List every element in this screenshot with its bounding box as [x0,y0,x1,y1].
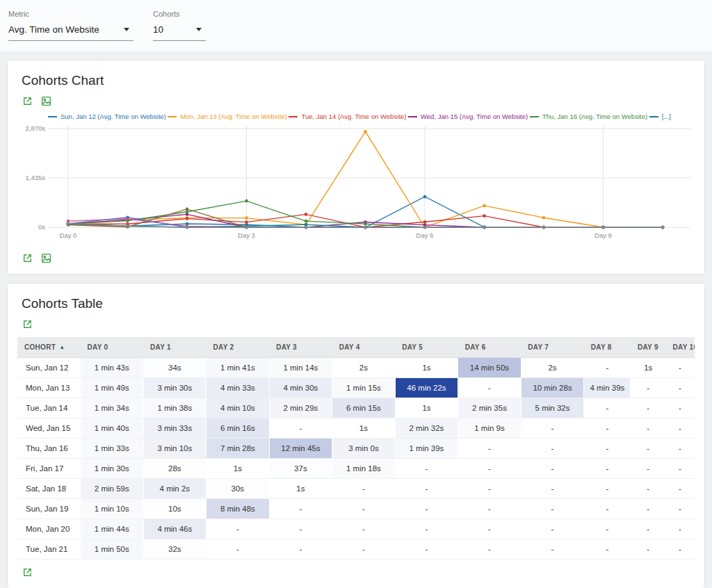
legend-item[interactable]: Sun, Jan 12 (Avg. Time on Website) [48,113,166,120]
cohort-label: Tue, Jan 21 [17,539,81,560]
column-header-day[interactable]: DAY 10 [666,337,695,358]
column-header-day[interactable]: DAY 0 [81,337,144,358]
legend-item[interactable]: Wed, Jan 15 (Avg. Time on Website) [408,113,528,120]
column-header-day[interactable]: DAY 7 [521,337,584,358]
export-icon[interactable] [22,95,33,107]
table-row: Mon, Jan 201 min 44s4 min 46s--------- [17,519,695,539]
legend-item[interactable]: Thu, Jan 16 (Avg. Time on Website) [530,113,647,120]
table-row: Sat, Jan 182 min 59s4 min 2s30s1s------- [17,479,695,499]
cohort-value-cell: - [458,519,521,539]
export-icon[interactable] [22,318,33,330]
cohorts-select[interactable]: 10 [153,23,206,41]
series-point [423,226,427,229]
column-header-day[interactable]: DAY 5 [395,337,458,358]
image-export-icon[interactable] [40,95,52,107]
cohort-value-cell: - [395,519,458,539]
column-header-day[interactable]: DAY 1 [143,337,207,358]
column-header-day[interactable]: DAY 4 [332,337,396,358]
legend-item[interactable]: Mon, Jan 13 (Avg. Time on Website) [168,113,286,120]
series-point [126,216,129,220]
column-header-day[interactable]: DAY 2 [207,337,270,358]
export-icon[interactable] [22,252,33,264]
cohort-value-cell: 34s [143,358,207,378]
cohort-value-cell: - [631,418,666,439]
image-export-icon[interactable] [40,252,52,264]
chart-toolbar-bottom [17,245,695,266]
cohort-value-cell: - [584,539,631,560]
x-axis-label: Day 3 [238,231,255,239]
cohort-value-cell: - [521,479,584,499]
cohort-value-cell: 2s [521,358,584,378]
cohort-value-cell: 1 min 18s [332,459,396,479]
cohort-value-cell: 1 min 39s [395,439,458,459]
metric-select-group: Metric Avg. Time on Website [8,10,134,41]
legend-color-dash [289,116,298,117]
table-row: Fri, Jan 171 min 30s28s1s37s1 min 18s---… [17,459,695,479]
cohort-value-cell: - [584,479,631,499]
legend-item[interactable]: Tue, Jan 14 (Avg. Time on Website) [289,113,406,120]
cohort-value-cell: - [584,519,631,539]
series-point [483,214,486,218]
series-point [186,208,189,211]
column-header-label: DAY 1 [150,343,171,351]
cohort-value-cell: 14 min 50s [458,358,521,378]
cohort-value-cell: - [584,439,631,459]
cohort-value-cell: 1s [332,418,396,439]
cohorts-table-card: Cohorts Table COHORT▲DAY 0DAY 1DAY 2DAY … [7,283,705,588]
export-icon[interactable] [22,566,33,578]
cohort-value-cell: - [666,519,695,539]
cohorts-line-chart[interactable]: 0s1,435s2,870sDay 0Day 3Day 6Day 9 [17,122,695,245]
sort-asc-icon: ▲ [59,344,65,350]
series-point [483,226,486,229]
table-toolbar-top [17,311,695,332]
legend-label: [...] [662,113,671,120]
table-header-row: COHORT▲DAY 0DAY 1DAY 2DAY 3DAY 4DAY 5DAY… [17,337,695,358]
cohort-value-cell: 1 min 15s [332,378,396,398]
cohort-value-cell: - [584,499,631,519]
cohort-value-cell: 2 min 32s [395,418,458,439]
cohort-value-cell: 1 min 9s [458,418,521,439]
cohort-label: Mon, Jan 20 [17,519,81,539]
table-title: Cohorts Table [17,293,695,311]
cohort-value-cell: 3 min 10s [143,439,207,459]
cohort-value-cell: - [269,418,332,439]
series-point [186,226,189,229]
legend-color-dash [530,116,539,117]
cohort-value-cell: 46 min 22s [395,378,458,398]
column-header-day[interactable]: DAY 3 [269,337,332,358]
column-header-label: DAY 2 [213,343,234,351]
cohort-value-cell: 1 min 49s [81,378,144,398]
cohort-value-cell: 1 min 34s [81,398,144,418]
cohort-value-cell: - [631,398,666,418]
cohort-value-cell: 1 min 33s [81,439,144,459]
x-axis-label: Day 6 [416,231,434,239]
legend-label: Mon, Jan 13 (Avg. Time on Website) [180,113,286,120]
cohort-value-cell: - [666,539,695,560]
metric-select[interactable]: Avg. Time on Website [8,23,134,41]
x-axis-label: Day 9 [594,231,612,239]
cohorts-chart-card: Cohorts Chart Sun, Jan 12 (Avg. Time on … [7,60,705,275]
column-header-day[interactable]: DAY 6 [458,337,521,358]
metric-selected-value: Avg. Time on Website [8,24,99,35]
cohort-value-cell: 1s [395,398,458,418]
column-header-day[interactable]: DAY 8 [584,337,631,358]
cohort-value-cell: - [584,398,631,418]
column-header-cohort[interactable]: COHORT▲ [17,337,81,358]
cohort-value-cell: 6 min 15s [332,398,396,418]
cohort-value-cell: - [458,479,521,499]
cohort-value-cell: - [631,519,666,539]
cohorts-select-group: Cohorts 10 [153,10,206,41]
cohort-value-cell: 4 min 46s [143,519,207,539]
cohort-value-cell: 3 min 30s [143,378,207,398]
cohort-label: Mon, Jan 13 [17,378,81,398]
cohort-value-cell: - [269,519,332,539]
cohort-value-cell: - [269,539,332,560]
cohort-value-cell: - [631,499,666,519]
column-header-day[interactable]: DAY 9 [631,337,666,358]
column-header-label: DAY 4 [339,343,360,351]
cohort-value-cell: 1 min 43s [81,358,144,378]
series-point [601,226,605,229]
cohort-value-cell: 2 min 29s [269,398,332,418]
cohort-value-cell: 2s [332,358,396,378]
legend-item[interactable]: [...] [649,113,671,120]
